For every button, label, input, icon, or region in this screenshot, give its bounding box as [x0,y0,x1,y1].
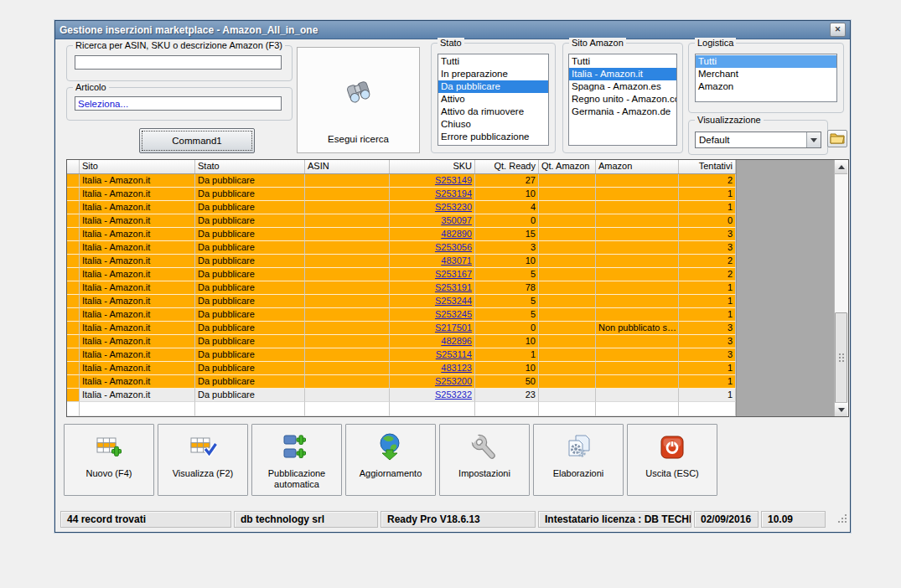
table-row[interactable]: Italia - Amazon.itDa pubblicareS25305633 [67,241,736,255]
list-item[interactable]: Attivo da rimuovere [438,106,548,118]
table-row[interactable]: Italia - Amazon.itDa pubblicareS25323223… [67,389,736,402]
column-header[interactable]: Amazon [596,160,679,173]
sku-link[interactable]: S253114 [436,349,472,359]
table-row[interactable]: Italia - Amazon.itDa pubblicareS25324451 [67,295,736,308]
table-row[interactable]: Italia - Amazon.itDa pubblicareS25316752 [67,268,736,281]
sku-link[interactable]: S253200 [435,376,472,386]
list-item[interactable]: In preparazione [438,68,548,80]
visualizzazione-combo[interactable]: Default [695,132,821,148]
row-indicator[interactable] [67,322,80,335]
list-item[interactable]: Spagna - Amazon.es [569,80,676,93]
sku-link[interactable]: 483071 [441,255,472,266]
row-indicator[interactable] [67,268,80,281]
vertical-scrollbar[interactable] [834,160,848,416]
column-header[interactable]: Stato [195,160,305,173]
search-input[interactable] [75,55,282,70]
table-row[interactable]: Italia - Amazon.itDa pubblicare482890153 [67,228,736,241]
table-row[interactable]: Italia - Amazon.itDa pubblicare482896103 [67,335,736,348]
list-item[interactable]: Errore pubblicazione [438,131,548,143]
command1-button[interactable]: Command1 [139,128,255,153]
list-item[interactable]: Da pubblicare [438,80,548,93]
sku-link[interactable]: S253056 [435,242,472,252]
combo-dropdown-button[interactable] [806,132,821,147]
column-header[interactable]: Tentativi [679,160,736,173]
table-row[interactable]: Italia - Amazon.itDa pubblicareS2175010N… [67,322,736,335]
scroll-up-button[interactable] [835,160,847,174]
sku-link[interactable]: S253149 [435,175,472,185]
scroll-down-button[interactable] [835,402,847,416]
list-item[interactable]: Tutti [438,55,548,68]
table-row[interactable]: Italia - Amazon.itDa pubblicare483123101 [67,362,736,375]
row-indicator[interactable] [67,348,80,362]
row-indicator[interactable] [67,308,80,322]
sku-link[interactable]: 350097 [441,215,472,225]
row-indicator[interactable] [67,295,80,308]
table-row[interactable]: Italia - Amazon.itDa pubblicareS25319410… [67,188,736,201]
titlebar[interactable]: Gestione inserzioni marketplace - Amazon… [55,21,850,39]
list-item[interactable]: Chiuso [438,118,548,131]
row-indicator[interactable] [67,174,80,188]
list-item[interactable]: Tutti [569,55,676,68]
sku-link[interactable]: S217501 [435,322,472,333]
table-row[interactable]: Italia - Amazon.itDa pubblicareS25314927… [67,174,736,188]
column-header[interactable]: SKU [390,160,475,173]
sku-link[interactable]: S253244 [435,296,472,306]
open-view-button[interactable] [827,130,847,147]
row-indicator[interactable] [67,201,80,214]
table-row[interactable]: Italia - Amazon.itDa pubblicare35009700 [67,214,736,228]
row-indicator[interactable] [67,362,80,375]
scrollbar-thumb[interactable] [835,312,847,405]
table-row[interactable]: Italia - Amazon.itDa pubblicare483071102 [67,255,736,268]
column-header[interactable]: Sito [80,160,195,173]
uscita-esc-button[interactable]: Uscita (ESC) [627,424,717,496]
visualizza-f2-button[interactable]: Visualizza (F2) [158,424,248,496]
sku-link[interactable]: 483123 [441,363,472,373]
aggiornamento-button[interactable]: Aggiornamento [345,424,436,496]
column-header[interactable]: Qt. Amazon [539,160,596,173]
row-indicator[interactable] [67,188,80,201]
table-row[interactable]: Italia - Amazon.itDa pubblicareS25320050… [67,375,736,389]
row-indicator[interactable] [67,228,80,241]
elaborazioni-button[interactable]: Elaborazioni [533,424,624,496]
sito-listbox[interactable]: TuttiItalia - Amazon.itSpagna - Amazon.e… [568,54,677,146]
cell-qt-ready: 23 [475,389,539,402]
list-item[interactable]: Regno unito - Amazon.co.uk [569,93,676,106]
nuovo-f4-button[interactable]: Nuovo (F4) [64,424,154,496]
sku-link[interactable]: S253232 [435,389,472,400]
list-item[interactable]: Amazon [696,80,836,93]
row-indicator[interactable] [67,214,80,228]
stato-listbox[interactable]: TuttiIn preparazioneDa pubblicareAttivoA… [438,54,549,146]
list-item[interactable]: Italia - Amazon.it [569,68,676,80]
sku-link[interactable]: S253245 [435,309,472,319]
table-row[interactable]: Italia - Amazon.itDa pubblicareS25319178… [67,281,736,295]
sku-link[interactable]: S253230 [435,202,472,212]
list-item[interactable]: Tutti [696,55,836,68]
table-row[interactable]: Italia - Amazon.itDa pubblicareS25324551 [67,308,736,322]
sku-link[interactable]: S253191 [435,282,472,292]
execute-search-button[interactable]: Esegui ricerca [297,47,420,153]
column-header[interactable]: ASIN [305,160,390,173]
list-item[interactable]: Attivo [438,93,548,106]
logistica-listbox[interactable]: TuttiMerchantAmazon [695,54,837,102]
row-indicator[interactable] [67,281,80,295]
close-icon[interactable]: ✕ [830,23,846,37]
row-indicator[interactable] [67,255,80,268]
list-item[interactable]: Germania - Amazon.de [569,106,676,118]
row-indicator[interactable] [67,375,80,389]
table-row[interactable]: Italia - Amazon.itDa pubblicareS25323041 [67,201,736,214]
impostazioni-button[interactable]: Impostazioni [439,424,530,496]
sku-link[interactable]: 482890 [441,229,472,239]
pubblicazione-automatica-button[interactable]: Pubblicazione automatica [251,424,342,496]
sku-link[interactable]: 482896 [441,336,472,346]
table-row[interactable]: Italia - Amazon.itDa pubblicareS25311413 [67,348,736,362]
row-indicator[interactable] [67,389,80,402]
sku-link[interactable]: S253167 [435,269,472,279]
cell-asin [305,228,390,241]
resize-grip[interactable] [838,514,840,516]
row-indicator[interactable] [67,335,80,348]
list-item[interactable]: Merchant [696,68,836,80]
column-header[interactable]: Qt. Ready [475,160,539,173]
row-indicator[interactable] [67,241,80,255]
sku-link[interactable]: S253194 [435,188,472,199]
article-input[interactable] [75,96,282,111]
